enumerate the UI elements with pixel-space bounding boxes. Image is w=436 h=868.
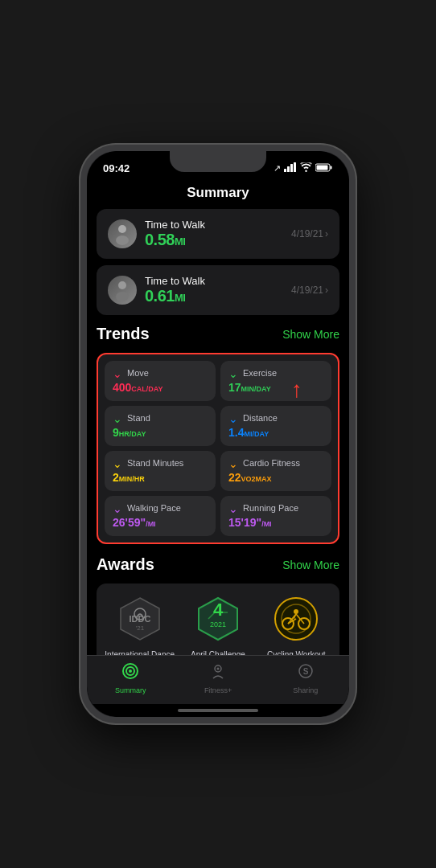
svg-text:4: 4 [213, 600, 224, 620]
trend-label-move: Move [127, 368, 149, 378]
svg-rect-3 [294, 162, 296, 172]
svg-point-7 [118, 225, 126, 233]
svg-point-9 [118, 281, 126, 289]
activity-value-1: 0.58MI [145, 231, 283, 249]
activity-card-1[interactable]: Time to Walk 0.58MI 4/19/21 › [97, 209, 339, 259]
sharing-tab-icon: S [297, 662, 315, 684]
activity-info-2: Time to Walk 0.61MI [145, 275, 283, 305]
trend-walking-pace[interactable]: ⌄ Walking Pace 26'59"/MI [105, 496, 216, 536]
award-april[interactable]: 4 2021 April Challenge 2021 [181, 593, 254, 655]
tab-fitness-label: Fitness+ [204, 686, 232, 694]
trend-chevron-cardio: ⌄ [228, 457, 238, 470]
status-time: 09:42 [103, 162, 130, 174]
trend-label-exercise: Exercise [243, 368, 277, 378]
trend-value-move: 400CAL/DAY [113, 381, 163, 394]
tab-summary[interactable]: Summary [87, 662, 175, 694]
dance-badge-icon: IDDC '21 [114, 593, 166, 645]
svg-point-32 [217, 668, 220, 670]
tab-sharing-label: Sharing [293, 686, 318, 694]
svg-text:IDDC: IDDC [129, 614, 150, 624]
trends-section-header: Trends Show More [97, 321, 339, 346]
svg-rect-1 [287, 166, 290, 172]
avatar-image-1 [108, 219, 137, 248]
battery-icon [315, 163, 333, 174]
cycling-badge-icon [270, 593, 322, 645]
activity-value-2: 0.61MI [145, 287, 283, 305]
status-bar: 09:42 ↗ [87, 151, 349, 180]
trend-stand[interactable]: ⌄ Stand 9HR/DAY [105, 406, 216, 446]
trend-chevron-running: ⌄ [228, 502, 238, 515]
avatar-1 [108, 219, 137, 248]
trend-move[interactable]: ⌄ Move 400CAL/DAY [105, 361, 216, 401]
trend-exercise[interactable]: ⌄ Exercise 17MIN/DAY [220, 361, 331, 401]
activity-title-2: Time to Walk [145, 275, 283, 287]
trend-label-stand-minutes: Stand Minutes [127, 458, 183, 468]
activity-date-2: 4/19/21 › [291, 285, 328, 296]
awards-grid: IDDC '21 International Dance Day Challen… [97, 583, 339, 655]
page-title: Summary [97, 180, 339, 209]
home-bar [178, 709, 258, 712]
trend-value-stand: 9HR/DAY [113, 426, 146, 439]
trend-running-pace[interactable]: ⌄ Running Pace 15'19"/MI [220, 496, 331, 536]
challenge-badge-icon: 4 2021 [192, 593, 244, 645]
trend-label-distance: Distance [243, 413, 278, 423]
trends-show-more[interactable]: Show More [282, 328, 339, 341]
trend-cardio[interactable]: ⌄ Cardio Fitness 22VO2MAX [220, 451, 331, 491]
trend-chevron-exercise: ⌄ [228, 367, 238, 380]
svg-point-30 [129, 669, 132, 673]
svg-rect-5 [331, 166, 332, 169]
svg-point-8 [116, 235, 129, 245]
trends-container: ↑ ⌄ Move 400CAL/DAY ⌄ [97, 353, 339, 544]
summary-tab-icon [121, 662, 139, 684]
trends-title: Trends [97, 325, 150, 343]
fitness-tab-icon [209, 662, 227, 684]
trend-value-distance: 1.4MI/DAY [228, 426, 269, 439]
award-dance[interactable]: IDDC '21 International Dance Day Challen… [103, 593, 176, 655]
activity-date-1: 4/19/21 › [291, 228, 328, 240]
svg-text:'21: '21 [135, 624, 144, 632]
main-scroll[interactable]: Summary Time to Walk 0.58MI [87, 180, 349, 655]
trend-value-running: 15'19"/MI [228, 516, 272, 529]
tab-bar: Summary Fitness+ S [87, 655, 349, 704]
april-award-name: April Challenge 2021 [181, 649, 254, 655]
trend-chevron-stand: ⌄ [113, 412, 122, 425]
wifi-icon [300, 162, 312, 174]
dance-award-name: International Dance Day Challenge [103, 649, 176, 655]
svg-rect-2 [290, 164, 293, 172]
trend-label-cardio: Cardio Fitness [243, 458, 300, 468]
svg-point-10 [116, 292, 129, 301]
trend-value-walking: 26'59"/MI [113, 516, 156, 529]
trend-chevron-distance: ⌄ [228, 412, 238, 425]
home-indicator [87, 704, 349, 717]
chevron-right-icon: › [325, 228, 328, 240]
awards-show-more[interactable]: Show More [282, 559, 339, 571]
trend-distance[interactable]: ⌄ Distance 1.4MI/DAY [220, 406, 331, 446]
trend-value-exercise: 17MIN/DAY [228, 381, 271, 394]
location-icon: ↗ [274, 163, 281, 174]
svg-rect-0 [284, 169, 286, 172]
trend-chevron-walking: ⌄ [113, 502, 122, 515]
activity-title-1: Time to Walk [145, 219, 283, 231]
awards-title: Awards [97, 555, 154, 574]
signal-icon [284, 162, 297, 174]
tab-fitness[interactable]: Fitness+ [175, 662, 262, 694]
avatar-image-2 [108, 276, 137, 305]
svg-text:2021: 2021 [210, 620, 226, 628]
awards-section-header: Awards Show More [97, 552, 339, 577]
phone-frame: 09:42 ↗ [80, 145, 356, 723]
trend-value-stand-minutes: 2MIN/HR [113, 471, 145, 484]
trend-label-stand: Stand [127, 413, 150, 423]
awards-section: Awards Show More IDDC '21 [97, 552, 339, 655]
trend-chevron-move: ⌄ [113, 367, 122, 380]
svg-rect-6 [317, 165, 328, 170]
activity-card-2[interactable]: Time to Walk 0.61MI 4/19/21 › [97, 265, 339, 315]
trend-label-walking: Walking Pace [127, 503, 181, 513]
trend-stand-minutes[interactable]: ⌄ Stand Minutes 2MIN/HR [105, 451, 216, 491]
trend-value-cardio: 22VO2MAX [228, 471, 272, 484]
avatar-2 [108, 276, 137, 305]
award-cycling[interactable]: Cycling Workout Record 219 Calories [260, 593, 333, 655]
trend-chevron-stand-minutes: ⌄ [113, 457, 122, 470]
status-icons: ↗ [274, 162, 333, 174]
activity-info-1: Time to Walk 0.58MI [145, 219, 283, 249]
tab-sharing[interactable]: S Sharing [261, 662, 349, 694]
